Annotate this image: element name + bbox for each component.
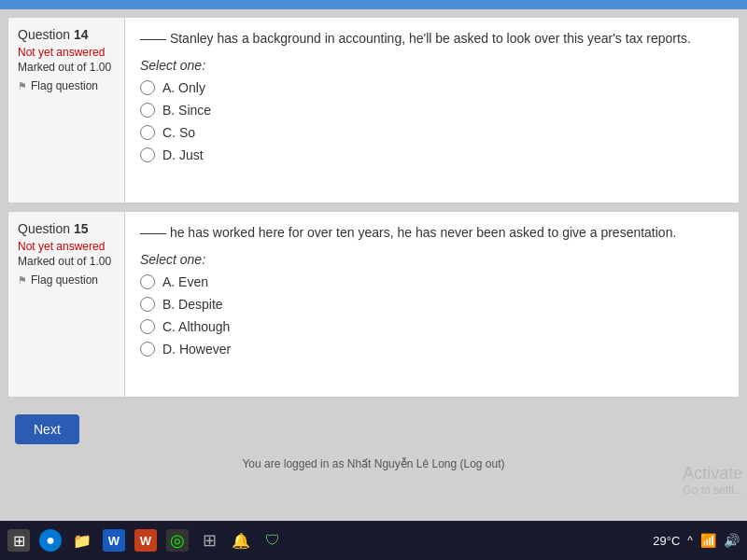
top-bar xyxy=(0,0,747,9)
question-15-text: —— he has worked here for over ten years… xyxy=(140,223,724,243)
question-14-radio-a[interactable] xyxy=(140,80,155,95)
question-15-radio-a[interactable] xyxy=(140,274,155,289)
question-15-select-label: Select one: xyxy=(140,252,724,267)
logged-in-bar: You are logged in as Nhất Nguyễn Lê Long… xyxy=(7,454,740,472)
question-14-option-a[interactable]: A. Only xyxy=(140,80,724,95)
taskbar-wifi-icon: 📶 xyxy=(700,533,716,548)
taskbar-temp: 29°C xyxy=(653,534,680,548)
question-15-marked: Marked out of 1.00 xyxy=(18,255,115,268)
taskbar-temp-icon: ^ xyxy=(687,534,693,547)
taskbar: ⊞ ● 📁 W W ◎ ⊞ 🔔 🛡 29°C ^ 📶 🔊 xyxy=(0,521,747,560)
question-14-radio-b[interactable] xyxy=(140,103,155,118)
question-15-number: Question 15 xyxy=(18,221,115,236)
question-15-radio-b[interactable] xyxy=(140,297,155,312)
question-14-status: Not yet answered xyxy=(18,46,115,59)
flag-question-15[interactable]: ⚑ Flag question xyxy=(18,273,115,287)
question-15-options: A. Even B. Despite C. Although D. Howeve… xyxy=(140,274,724,357)
taskbar-app3-icon[interactable]: 🔔 xyxy=(230,529,252,552)
question-14-radio-d[interactable] xyxy=(140,147,155,162)
question-15-option-c[interactable]: C. Although xyxy=(140,319,724,334)
next-btn-area: Next xyxy=(7,405,740,454)
question-14-option-c[interactable]: C. So xyxy=(140,125,724,140)
question-14-block: Question 14 Not yet answered Marked out … xyxy=(7,17,740,203)
question-15-option-d[interactable]: D. However xyxy=(140,342,724,357)
question-15-option-a[interactable]: A. Even xyxy=(140,274,724,289)
question-14-marked: Marked out of 1.00 xyxy=(18,61,115,74)
question-14-option-d[interactable]: D. Just xyxy=(140,147,724,162)
taskbar-files-icon[interactable]: 📁 xyxy=(71,529,93,552)
taskbar-word-icon[interactable]: W xyxy=(103,529,125,552)
question-14-sidebar: Question 14 Not yet answered Marked out … xyxy=(8,18,125,203)
question-15-option-b[interactable]: B. Despite xyxy=(140,297,724,312)
taskbar-app2-icon[interactable]: ⊞ xyxy=(198,529,220,552)
question-14-options: A. Only B. Since C. So D. Just xyxy=(140,80,724,162)
question-14-option-b[interactable]: B. Since xyxy=(140,103,724,118)
taskbar-sound-icon: 🔊 xyxy=(724,533,740,548)
flag-icon-15: ⚑ xyxy=(18,274,27,287)
next-button[interactable]: Next xyxy=(15,414,79,444)
question-14-radio-c[interactable] xyxy=(140,125,155,140)
flag-icon-14: ⚑ xyxy=(18,80,27,92)
taskbar-search-icon[interactable]: ● xyxy=(39,529,62,552)
taskbar-right: 29°C ^ 📶 🔊 xyxy=(653,533,740,548)
main-content: Question 14 Not yet answered Marked out … xyxy=(0,9,747,472)
question-14-text: —— Stanley has a background in accountin… xyxy=(140,29,724,49)
taskbar-shield-icon[interactable]: 🛡 xyxy=(261,529,284,552)
question-15-radio-c[interactable] xyxy=(140,319,155,334)
question-14-select-label: Select one: xyxy=(140,58,724,73)
question-14-number: Question 14 xyxy=(18,27,115,42)
taskbar-office-icon[interactable]: W xyxy=(134,529,157,552)
taskbar-start-icon[interactable]: ⊞ xyxy=(7,529,30,552)
question-15-radio-d[interactable] xyxy=(140,342,155,357)
question-14-body: —— Stanley has a background in accountin… xyxy=(125,18,739,203)
question-15-body: —— he has worked here for over ten years… xyxy=(125,212,739,397)
question-15-block: Question 15 Not yet answered Marked out … xyxy=(7,211,740,398)
flag-question-14[interactable]: ⚑ Flag question xyxy=(18,79,115,92)
question-15-status: Not yet answered xyxy=(18,240,115,253)
taskbar-left: ⊞ ● 📁 W W ◎ ⊞ 🔔 🛡 xyxy=(7,529,284,552)
question-15-sidebar: Question 15 Not yet answered Marked out … xyxy=(8,212,125,397)
taskbar-app1-icon[interactable]: ◎ xyxy=(166,529,189,552)
